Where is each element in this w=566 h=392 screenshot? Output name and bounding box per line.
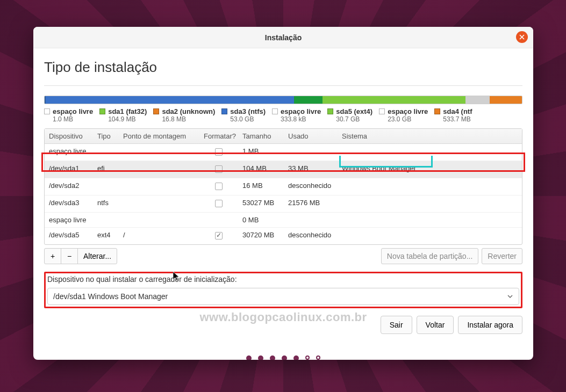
page-title: Tipo de instalação [44, 59, 522, 76]
add-partition-button[interactable]: + [44, 248, 61, 264]
format-checkbox[interactable] [215, 165, 223, 173]
legend-item: sda5 (ext4)30.7 GB [327, 107, 379, 123]
th-mount[interactable]: Ponto de montagem [119, 129, 199, 143]
divider [44, 85, 522, 86]
legend-item: sda1 (fat32)104.9 MB [99, 107, 153, 123]
table-row[interactable]: /dev/sda216 MBdesconhecido [45, 178, 522, 195]
chevron-down-icon [507, 293, 513, 301]
installer-window: Instalação Tipo de instalação espaço liv… [33, 27, 533, 360]
legend-item: espaço livre333.8 kB [272, 107, 327, 123]
progress-dot [316, 355, 320, 360]
progress-dots [44, 355, 522, 360]
disk-usage-bar [44, 96, 522, 104]
remove-partition-button[interactable]: − [61, 248, 78, 264]
partition-toolbar: + − Alterar... Nova tabela de partição..… [44, 248, 522, 264]
table-row[interactable]: /dev/sda3ntfs53027 MB21576 MB [45, 195, 522, 213]
table-row[interactable]: /dev/sda1efi104 MB33 MBWindows Boot Mana… [45, 161, 522, 178]
table-row[interactable]: espaço livre0 MB [45, 213, 522, 228]
progress-dot [270, 355, 275, 360]
install-button[interactable]: Instalar agora [458, 316, 522, 334]
th-format[interactable]: Formatar? [199, 129, 238, 143]
revert-button[interactable]: Reverter [482, 248, 522, 264]
bootloader-select[interactable]: /dev/sda1 Windows Boot Manager [47, 288, 519, 305]
disk-segment [46, 96, 294, 104]
th-system[interactable]: Sistema [338, 129, 522, 143]
close-icon [519, 34, 525, 40]
progress-dot [305, 355, 310, 360]
legend-item: sda3 (ntfs)53.0 GB [221, 107, 272, 123]
th-type[interactable]: Tipo [93, 129, 119, 143]
table-body: espaço livre1 MB/dev/sda1efi104 MB33 MBW… [45, 144, 522, 244]
disk-segment [465, 96, 489, 104]
legend-item: sda4 (ntf533.7 MB [434, 107, 478, 123]
table-row[interactable]: espaço livre1 MB [45, 144, 522, 161]
partition-table: Dispositivo Tipo Ponto de montagem Forma… [44, 128, 522, 245]
format-checkbox[interactable] [215, 200, 223, 207]
change-partition-button[interactable]: Alterar... [77, 248, 117, 264]
titlebar: Instalação [33, 27, 533, 48]
action-buttons: Sair Voltar Instalar agora [44, 316, 522, 334]
bootloader-value: /dev/sda1 Windows Boot Manager [53, 292, 168, 301]
table-row[interactable]: /dev/sda5ext4/30720 MBdesconhecido [45, 228, 522, 244]
format-checkbox[interactable] [215, 232, 223, 239]
disk-segment [323, 96, 465, 104]
th-used[interactable]: Usado [284, 129, 338, 143]
legend-item: espaço livre23.0 GB [379, 107, 434, 123]
window-title: Instalação [265, 33, 302, 42]
bootloader-section: Dispositivo no qual instalar o carregado… [44, 272, 522, 308]
format-checkbox[interactable] [215, 183, 223, 190]
disk-segment [294, 96, 323, 104]
th-device[interactable]: Dispositivo [45, 129, 93, 143]
th-size[interactable]: Tamanho [238, 129, 284, 143]
legend-item: espaço livre1.0 MB [44, 107, 99, 123]
back-button[interactable]: Voltar [417, 316, 454, 334]
close-button[interactable] [516, 31, 528, 43]
legend-item: sda2 (unknown)16.8 MB [153, 107, 221, 123]
disk-segment [490, 96, 522, 104]
disk-legend: espaço livre1.0 MBsda1 (fat32)104.9 MBsd… [44, 107, 522, 123]
bootloader-label: Dispositivo no qual instalar o carregado… [47, 275, 519, 284]
progress-dot [258, 355, 263, 360]
progress-dot [246, 355, 252, 360]
progress-dot [293, 355, 299, 360]
progress-dot [282, 355, 287, 360]
quit-button[interactable]: Sair [381, 316, 412, 334]
format-checkbox[interactable] [215, 148, 223, 156]
table-header: Dispositivo Tipo Ponto de montagem Forma… [45, 129, 522, 144]
new-partition-table-button[interactable]: Nova tabela de partição... [381, 248, 479, 264]
